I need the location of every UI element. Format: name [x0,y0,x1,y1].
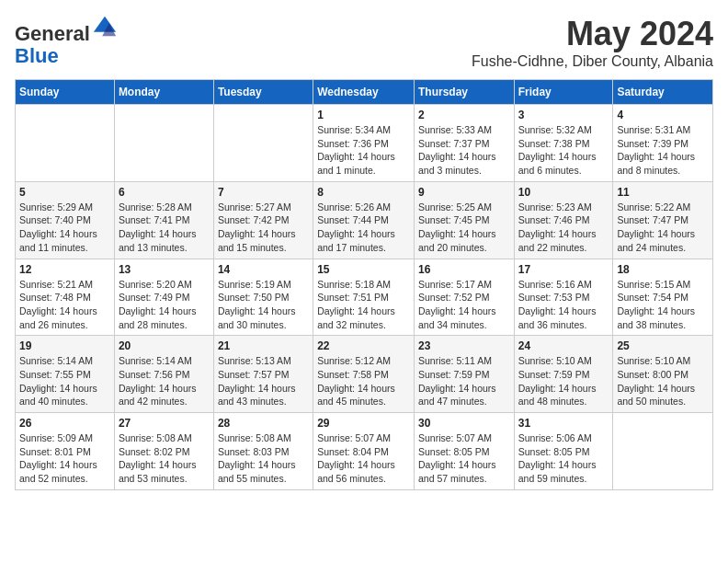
day-cell: 1Sunrise: 5:34 AM Sunset: 7:36 PM Daylig… [313,105,415,182]
day-number: 9 [418,186,510,199]
day-cell: 27Sunrise: 5:08 AM Sunset: 8:02 PM Dayli… [114,413,213,490]
day-cell: 12Sunrise: 5:21 AM Sunset: 7:48 PM Dayli… [16,259,115,336]
day-number: 28 [218,417,309,430]
day-cell: 30Sunrise: 5:07 AM Sunset: 8:05 PM Dayli… [414,413,514,490]
day-number: 24 [518,339,609,352]
day-cell: 4Sunrise: 5:31 AM Sunset: 7:39 PM Daylig… [613,105,713,182]
day-cell: 15Sunrise: 5:18 AM Sunset: 7:51 PM Dayli… [313,259,415,336]
day-info: Sunrise: 5:22 AM Sunset: 7:47 PM Dayligh… [617,201,709,255]
day-number: 18 [617,263,709,276]
day-number: 12 [19,263,110,276]
day-number: 6 [119,186,210,199]
page-header: General Blue May 2024 Fushe-Cidhne, Dibe… [15,15,713,70]
day-cell: 26Sunrise: 5:09 AM Sunset: 8:01 PM Dayli… [16,413,115,490]
column-header-tuesday: Tuesday [213,80,313,105]
day-info: Sunrise: 5:06 AM Sunset: 8:05 PM Dayligh… [518,431,609,486]
day-info: Sunrise: 5:18 AM Sunset: 7:51 PM Dayligh… [317,278,410,332]
day-cell: 10Sunrise: 5:23 AM Sunset: 7:46 PM Dayli… [514,181,613,259]
day-number: 31 [518,417,609,430]
day-info: Sunrise: 5:08 AM Sunset: 8:02 PM Dayligh… [119,431,210,486]
day-number: 15 [317,263,410,276]
day-info: Sunrise: 5:08 AM Sunset: 8:03 PM Dayligh… [218,431,309,486]
column-header-friday: Friday [514,80,613,105]
day-number: 19 [19,339,110,352]
day-info: Sunrise: 5:14 AM Sunset: 7:56 PM Dayligh… [119,354,210,408]
day-info: Sunrise: 5:14 AM Sunset: 7:55 PM Dayligh… [19,354,110,408]
day-info: Sunrise: 5:10 AM Sunset: 8:00 PM Dayligh… [617,354,709,408]
logo-blue: Blue [15,44,59,67]
day-info: Sunrise: 5:11 AM Sunset: 7:59 PM Dayligh… [418,354,510,408]
day-info: Sunrise: 5:27 AM Sunset: 7:42 PM Dayligh… [218,201,309,255]
column-header-thursday: Thursday [414,80,514,105]
day-number: 11 [617,186,709,199]
day-cell: 18Sunrise: 5:15 AM Sunset: 7:54 PM Dayli… [613,259,713,336]
day-cell: 16Sunrise: 5:17 AM Sunset: 7:52 PM Dayli… [414,259,514,336]
day-cell: 24Sunrise: 5:10 AM Sunset: 7:59 PM Dayli… [514,336,613,413]
day-cell: 20Sunrise: 5:14 AM Sunset: 7:56 PM Dayli… [114,336,213,413]
week-row-3: 12Sunrise: 5:21 AM Sunset: 7:48 PM Dayli… [16,259,713,336]
day-cell: 8Sunrise: 5:26 AM Sunset: 7:44 PM Daylig… [313,181,415,259]
day-number: 8 [317,186,410,199]
day-cell: 29Sunrise: 5:07 AM Sunset: 8:04 PM Dayli… [313,413,415,490]
day-number: 30 [418,417,510,430]
day-cell [16,105,115,182]
day-info: Sunrise: 5:16 AM Sunset: 7:53 PM Dayligh… [518,278,609,332]
day-info: Sunrise: 5:13 AM Sunset: 7:57 PM Dayligh… [218,354,309,408]
day-number: 10 [518,186,609,199]
day-info: Sunrise: 5:20 AM Sunset: 7:49 PM Dayligh… [119,278,210,332]
day-number: 29 [317,417,410,430]
week-row-4: 19Sunrise: 5:14 AM Sunset: 7:55 PM Dayli… [16,336,713,413]
day-cell: 21Sunrise: 5:13 AM Sunset: 7:57 PM Dayli… [213,336,313,413]
week-row-5: 26Sunrise: 5:09 AM Sunset: 8:01 PM Dayli… [16,413,713,490]
column-header-monday: Monday [114,80,213,105]
day-cell: 31Sunrise: 5:06 AM Sunset: 8:05 PM Dayli… [514,413,613,490]
day-cell: 14Sunrise: 5:19 AM Sunset: 7:50 PM Dayli… [213,259,313,336]
day-cell: 5Sunrise: 5:29 AM Sunset: 7:40 PM Daylig… [16,181,115,259]
day-info: Sunrise: 5:26 AM Sunset: 7:44 PM Dayligh… [317,201,410,255]
day-cell: 19Sunrise: 5:14 AM Sunset: 7:55 PM Dayli… [16,336,115,413]
location-title: Fushe-Cidhne, Diber County, Albania [472,53,713,70]
day-cell [213,105,313,182]
calendar-table: SundayMondayTuesdayWednesdayThursdayFrid… [15,79,713,490]
day-cell: 25Sunrise: 5:10 AM Sunset: 8:00 PM Dayli… [613,336,713,413]
logo-general: General [15,22,90,45]
day-cell: 9Sunrise: 5:25 AM Sunset: 7:45 PM Daylig… [414,181,514,259]
day-info: Sunrise: 5:23 AM Sunset: 7:46 PM Dayligh… [518,201,609,255]
day-info: Sunrise: 5:09 AM Sunset: 8:01 PM Dayligh… [19,431,110,486]
day-number: 14 [218,263,309,276]
day-number: 20 [119,339,210,352]
day-number: 1 [317,109,410,121]
day-info: Sunrise: 5:12 AM Sunset: 7:58 PM Dayligh… [317,354,410,408]
day-cell: 7Sunrise: 5:27 AM Sunset: 7:42 PM Daylig… [213,181,313,259]
day-number: 4 [617,109,709,121]
day-number: 21 [218,339,309,352]
day-number: 17 [518,263,609,276]
column-header-saturday: Saturday [613,80,713,105]
day-cell: 23Sunrise: 5:11 AM Sunset: 7:59 PM Dayli… [414,336,514,413]
day-number: 16 [418,263,510,276]
month-title: May 2024 [472,15,713,53]
day-cell: 6Sunrise: 5:28 AM Sunset: 7:41 PM Daylig… [114,181,213,259]
header-row: SundayMondayTuesdayWednesdayThursdayFrid… [16,80,713,105]
day-number: 2 [418,109,510,121]
day-info: Sunrise: 5:10 AM Sunset: 7:59 PM Dayligh… [518,354,609,408]
day-cell [114,105,213,182]
svg-marker-0 [94,17,116,32]
day-info: Sunrise: 5:07 AM Sunset: 8:04 PM Dayligh… [317,431,410,486]
day-cell: 2Sunrise: 5:33 AM Sunset: 7:37 PM Daylig… [414,105,514,182]
day-cell: 11Sunrise: 5:22 AM Sunset: 7:47 PM Dayli… [613,181,713,259]
day-info: Sunrise: 5:21 AM Sunset: 7:48 PM Dayligh… [19,278,110,332]
day-number: 27 [119,417,210,430]
week-row-2: 5Sunrise: 5:29 AM Sunset: 7:40 PM Daylig… [16,181,713,259]
day-info: Sunrise: 5:15 AM Sunset: 7:54 PM Dayligh… [617,278,709,332]
day-number: 5 [19,186,110,199]
week-row-1: 1Sunrise: 5:34 AM Sunset: 7:36 PM Daylig… [16,105,713,182]
column-header-sunday: Sunday [16,80,115,105]
day-number: 25 [617,339,709,352]
day-number: 3 [518,109,609,121]
day-info: Sunrise: 5:31 AM Sunset: 7:39 PM Dayligh… [617,123,709,178]
day-number: 22 [317,339,410,352]
day-number: 23 [418,339,510,352]
day-cell: 17Sunrise: 5:16 AM Sunset: 7:53 PM Dayli… [514,259,613,336]
day-info: Sunrise: 5:34 AM Sunset: 7:36 PM Dayligh… [317,123,410,178]
